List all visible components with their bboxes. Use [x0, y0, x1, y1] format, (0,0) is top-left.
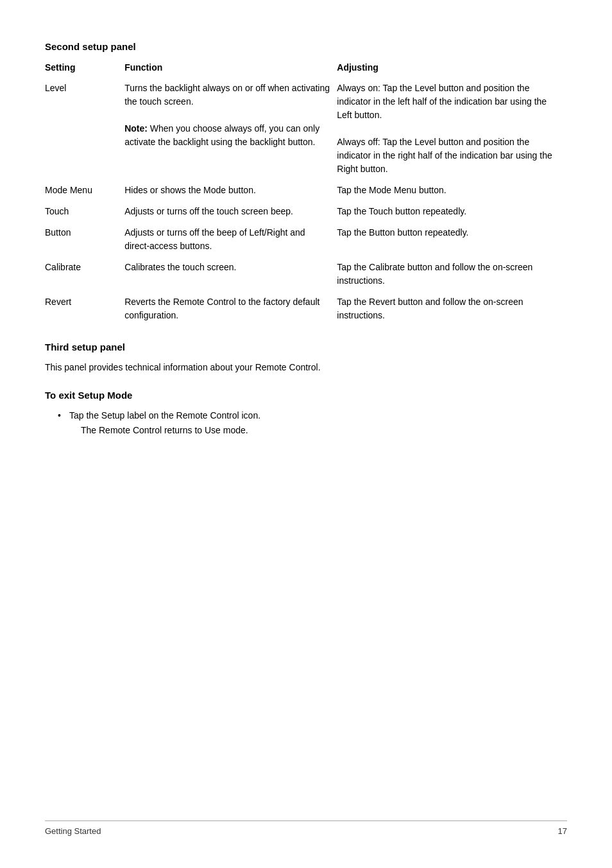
col-header-setting: Setting	[45, 60, 124, 78]
table-row: Level Turns the backlight always on or o…	[45, 78, 567, 180]
adjusting-mode-menu: Tap the Mode Menu button.	[337, 180, 567, 201]
col-header-adjusting: Adjusting	[337, 60, 567, 78]
setting-revert: Revert	[45, 291, 124, 326]
function-touch: Adjusts or turns off the touch screen be…	[124, 201, 337, 222]
footer-left: Getting Started	[45, 826, 101, 836]
adjusting-button: Tap the Button button repeatedly.	[337, 222, 567, 257]
function-mode-menu: Hides or shows the Mode button.	[124, 180, 337, 201]
function-level-text1: Turns the backlight always on or off whe…	[124, 82, 330, 108]
setting-calibrate: Calibrate	[45, 257, 124, 291]
adjusting-touch: Tap the Touch button repeatedly.	[337, 201, 567, 222]
table-row: Calibrate Calibrates the touch screen. T…	[45, 257, 567, 291]
adjusting-level-text1: Always on: Tap the Level button and posi…	[337, 82, 561, 122]
third-setup-heading: Third setup panel	[45, 342, 567, 352]
page-container: Second setup panel Setting Function Adju…	[0, 0, 612, 868]
col-header-function: Function	[124, 60, 337, 78]
adjusting-level-text2: Always off: Tap the Level button and pos…	[337, 135, 561, 176]
setting-touch: Touch	[45, 201, 124, 222]
adjusting-revert: Tap the Revert button and follow the on-…	[337, 291, 567, 326]
table-row: Mode Menu Hides or shows the Mode button…	[45, 180, 567, 201]
second-setup-table: Setting Function Adjusting Level Turns t…	[45, 60, 567, 326]
footer: Getting Started 17	[45, 820, 567, 836]
setting-level: Level	[45, 78, 124, 180]
function-calibrate: Calibrates the touch screen.	[124, 257, 337, 291]
function-button: Adjusts or turns off the beep of Left/Ri…	[124, 222, 337, 257]
table-row: Revert Reverts the Remote Control to the…	[45, 291, 567, 326]
adjusting-level: Always on: Tap the Level button and posi…	[337, 78, 567, 180]
exit-setup-heading: To exit Setup Mode	[45, 390, 567, 401]
function-level-note: Note: When you choose always off, you ca…	[124, 122, 330, 149]
setting-mode-menu: Mode Menu	[45, 180, 124, 201]
third-setup-description: This panel provides technical informatio…	[45, 360, 567, 374]
bullet-text: Tap the Setup label on the Remote Contro…	[69, 410, 260, 421]
note-bold-label: Note:	[124, 123, 148, 134]
list-item: Tap the Setup label on the Remote Contro…	[58, 408, 567, 437]
table-row: Touch Adjusts or turns off the touch scr…	[45, 201, 567, 222]
adjusting-calibrate: Tap the Calibrate button and follow the …	[337, 257, 567, 291]
function-revert: Reverts the Remote Control to the factor…	[124, 291, 337, 326]
table-row: Button Adjusts or turns off the beep of …	[45, 222, 567, 257]
second-setup-heading: Second setup panel	[45, 41, 567, 52]
footer-right: 17	[558, 826, 567, 836]
exit-setup-list: Tap the Setup label on the Remote Contro…	[45, 408, 567, 437]
function-level: Turns the backlight always on or off whe…	[124, 78, 337, 180]
bullet-sub-text: The Remote Control returns to Use mode.	[69, 423, 567, 437]
setting-button: Button	[45, 222, 124, 257]
note-text: When you choose always off, you can only…	[124, 123, 319, 147]
